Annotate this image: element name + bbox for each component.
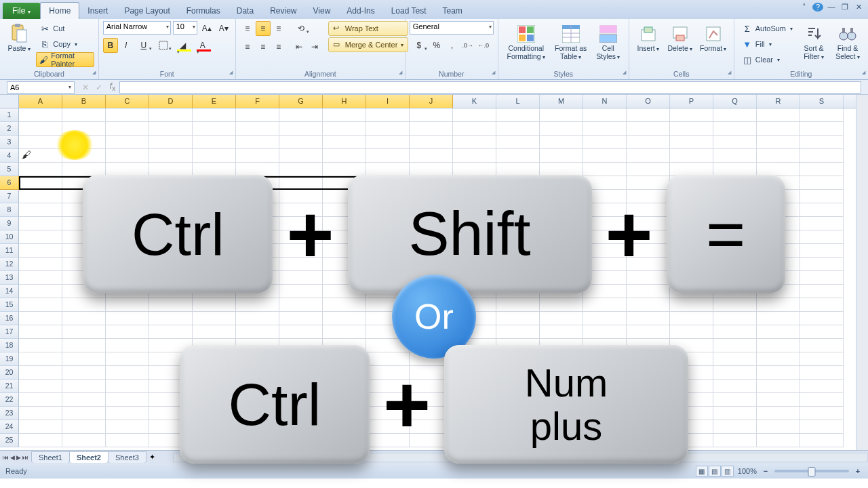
cell[interactable] [410, 352, 453, 366]
cell[interactable] [496, 203, 540, 217]
cell[interactable] [713, 393, 757, 407]
cell[interactable] [627, 325, 670, 339]
cell[interactable] [713, 407, 757, 420]
cell[interactable] [366, 407, 410, 420]
select-all-corner[interactable] [0, 95, 19, 108]
cell[interactable] [149, 190, 193, 203]
cell[interactable] [540, 244, 583, 258]
cell[interactable] [149, 163, 193, 176]
cell[interactable] [496, 271, 540, 285]
cell[interactable] [279, 217, 323, 230]
cell[interactable] [583, 380, 627, 393]
row-header[interactable]: 13 [0, 271, 19, 285]
cell[interactable] [106, 285, 149, 298]
cell[interactable] [236, 230, 279, 244]
cell[interactable] [236, 217, 279, 230]
cell[interactable] [583, 393, 627, 407]
cell[interactable] [713, 298, 757, 312]
cell[interactable] [627, 136, 670, 149]
cell[interactable] [193, 420, 236, 434]
cell[interactable] [540, 407, 583, 420]
cell[interactable] [106, 230, 149, 244]
cell[interactable] [496, 312, 540, 325]
cell[interactable] [496, 352, 540, 366]
cell[interactable] [453, 407, 496, 420]
cell[interactable] [627, 420, 670, 434]
column-header[interactable]: S [800, 95, 844, 108]
cell[interactable] [19, 407, 62, 420]
row-header[interactable]: 20 [0, 366, 19, 380]
cell[interactable] [236, 176, 279, 190]
merge-center-button[interactable]: ▭Merge & Center▾ [328, 37, 408, 52]
cell[interactable] [670, 352, 713, 366]
align-center-button[interactable]: ≡ [256, 39, 271, 54]
cell[interactable] [323, 176, 366, 190]
cell[interactable] [453, 325, 496, 339]
cell[interactable] [366, 163, 410, 176]
cell[interactable] [627, 244, 670, 258]
cell[interactable] [713, 380, 757, 393]
cell[interactable] [540, 420, 583, 434]
sheet-tab-3[interactable]: Sheet3 [108, 451, 146, 463]
cell[interactable] [193, 312, 236, 325]
sheet-nav-buttons[interactable]: ⏮◀▶⏭ [0, 454, 31, 461]
conditional-formatting-button[interactable]: Conditional Formatting [502, 21, 550, 62]
cell[interactable] [496, 122, 540, 136]
font-color-button[interactable]: A [193, 38, 212, 53]
cell[interactable] [496, 258, 540, 271]
cell[interactable] [583, 136, 627, 149]
cell[interactable] [106, 380, 149, 393]
cell[interactable] [540, 230, 583, 244]
cell[interactable] [670, 244, 713, 258]
cell[interactable] [279, 136, 323, 149]
cell[interactable] [62, 271, 106, 285]
cell[interactable] [757, 325, 800, 339]
cell[interactable] [106, 203, 149, 217]
cell[interactable] [800, 434, 844, 447]
cell[interactable] [323, 190, 366, 203]
cell[interactable] [496, 380, 540, 393]
zoom-out-button[interactable]: − [761, 467, 770, 475]
cell[interactable] [757, 149, 800, 163]
cell[interactable] [236, 339, 279, 352]
row-header[interactable]: 15 [0, 298, 19, 312]
cell[interactable] [106, 163, 149, 176]
orientation-button[interactable]: ⟲ [292, 21, 311, 36]
cell[interactable] [713, 352, 757, 366]
cell[interactable] [496, 393, 540, 407]
cell[interactable] [800, 366, 844, 380]
cell[interactable] [410, 366, 453, 380]
cell[interactable] [713, 122, 757, 136]
cell[interactable] [583, 244, 627, 258]
cell[interactable] [236, 380, 279, 393]
cell[interactable] [106, 420, 149, 434]
cell[interactable] [323, 258, 366, 271]
cell[interactable] [19, 122, 62, 136]
cell[interactable] [757, 108, 800, 122]
column-header[interactable]: G [279, 95, 323, 108]
cell[interactable] [410, 407, 453, 420]
cell[interactable] [323, 244, 366, 258]
cell[interactable] [149, 176, 193, 190]
cell[interactable] [453, 339, 496, 352]
cell[interactable] [453, 420, 496, 434]
cell[interactable] [323, 285, 366, 298]
cell[interactable] [800, 108, 844, 122]
cell[interactable] [19, 298, 62, 312]
cell[interactable] [583, 271, 627, 285]
cell[interactable] [496, 285, 540, 298]
row-header[interactable]: 21 [0, 380, 19, 393]
vertical-scrollbar[interactable] [856, 95, 868, 450]
wrap-text-button[interactable]: ↩Wrap Text [328, 21, 408, 36]
cell[interactable] [19, 203, 62, 217]
cell[interactable] [713, 108, 757, 122]
name-box[interactable]: A6 [7, 81, 75, 94]
cell[interactable] [496, 407, 540, 420]
comma-format-button[interactable]: , [445, 38, 460, 53]
cell[interactable] [106, 393, 149, 407]
cell[interactable] [540, 380, 583, 393]
cell[interactable] [540, 325, 583, 339]
row-header[interactable]: 18 [0, 339, 19, 352]
align-top-button[interactable]: ≡ [240, 21, 255, 36]
cell[interactable] [323, 312, 366, 325]
